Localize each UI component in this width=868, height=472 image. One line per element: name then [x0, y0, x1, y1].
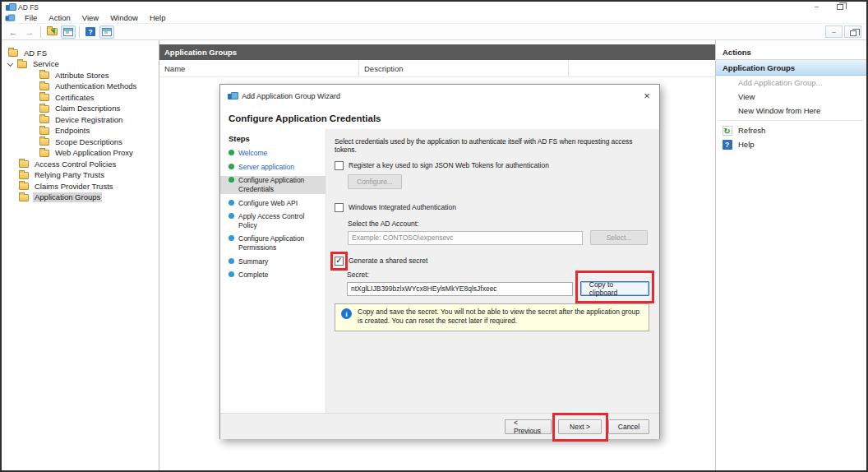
- column-header-description[interactable]: Description: [359, 60, 569, 76]
- back-icon[interactable]: ←: [6, 25, 21, 39]
- window-title: AD FS: [18, 3, 39, 12]
- step-current-bullet-icon: [229, 177, 234, 183]
- folder-icon: [39, 105, 49, 113]
- tree-item-service[interactable]: Service: [2, 59, 159, 71]
- menu-action[interactable]: Action: [43, 12, 76, 24]
- show-hide-action-pane-icon[interactable]: [99, 25, 114, 39]
- refresh-icon: ↻: [723, 126, 732, 136]
- tree-item-scope-descriptions[interactable]: Scope Descriptions: [2, 137, 159, 148]
- step-upcoming-bullet-icon: [229, 200, 234, 206]
- secret-info-box: i Copy and save the secret. You will not…: [335, 303, 649, 331]
- tree-item-claims-provider-trusts[interactable]: Claims Provider Trusts: [2, 181, 159, 192]
- step-configure-application-permissions[interactable]: Configure Application Permissions: [229, 234, 322, 252]
- step-configure-web-api[interactable]: Configure Web API: [229, 199, 322, 208]
- close-icon[interactable]: ×: [635, 85, 659, 106]
- child-minimize-icon[interactable]: –: [825, 25, 843, 38]
- windows-integrated-auth-checkbox[interactable]: [335, 203, 344, 212]
- menu-bar: File Action View Window Help: [2, 12, 866, 24]
- step-configure-application-credentials[interactable]: Configure Application Credentials: [220, 176, 326, 193]
- wizard-heading: Configure Application Credentials: [220, 107, 659, 129]
- tree-item-claim-descriptions[interactable]: Claim Descriptions: [2, 104, 159, 115]
- credentials-intro-text: Select credentials used by the applicati…: [335, 137, 649, 154]
- step-complete[interactable]: Complete: [229, 271, 322, 280]
- column-header-name[interactable]: Name: [159, 60, 359, 76]
- wizard-title-bar: Add Application Group Wizard ×: [220, 85, 659, 107]
- forward-icon[interactable]: →: [22, 25, 37, 39]
- cancel-button[interactable]: Cancel: [608, 419, 649, 434]
- toolbar-separator: [40, 26, 41, 38]
- add-application-group-wizard-dialog: Add Application Group Wizard × Configure…: [219, 84, 660, 439]
- action-help[interactable]: ? Help: [716, 137, 866, 151]
- chevron-down-icon[interactable]: [7, 61, 13, 67]
- tree-item-adfs[interactable]: AD FS: [2, 48, 159, 59]
- list-panel-header: Application Groups: [159, 44, 715, 60]
- show-hide-console-tree-icon[interactable]: [61, 25, 76, 39]
- tree-item-access-control-policies[interactable]: Access Control Policies: [2, 159, 159, 170]
- folder-icon: [8, 49, 18, 57]
- tree-item-endpoints[interactable]: Endpoints: [2, 126, 159, 137]
- menu-help[interactable]: Help: [144, 12, 172, 24]
- copy-to-clipboard-button[interactable]: Copy to clipboard: [580, 281, 649, 296]
- wizard-title: Add Application Group Wizard: [242, 92, 340, 100]
- folder-icon: [19, 194, 29, 201]
- steps-title: Steps: [229, 134, 322, 143]
- menu-window[interactable]: Window: [104, 12, 144, 24]
- actions-separator: [719, 120, 863, 121]
- folder-icon: [39, 150, 49, 157]
- generate-shared-secret-label: Generate a shared secret: [349, 257, 427, 265]
- wizard-content: Select credentials used by the applicati…: [326, 129, 659, 413]
- step-server-application[interactable]: Server application: [229, 163, 322, 172]
- ad-account-input[interactable]: [348, 231, 583, 245]
- folder-icon: [39, 116, 49, 123]
- next-button[interactable]: Next >: [558, 419, 602, 434]
- step-apply-access-control-policy[interactable]: Apply Access Control Policy: [229, 212, 322, 229]
- step-summary[interactable]: Summary: [229, 257, 322, 266]
- secret-label: Secret:: [347, 271, 649, 279]
- menu-view[interactable]: View: [76, 12, 104, 24]
- help-icon: ?: [723, 140, 732, 150]
- folder-icon: [39, 94, 49, 101]
- step-welcome[interactable]: Welcome: [229, 149, 322, 158]
- configure-button[interactable]: Configure...: [348, 174, 402, 189]
- actions-pane-title: Actions: [716, 44, 866, 60]
- toolbar: ← → ? –: [2, 24, 866, 40]
- title-bar: AD FS –: [2, 2, 866, 12]
- step-upcoming-bullet-icon: [229, 271, 234, 277]
- tree-item-authentication-methods[interactable]: Authentication Methods: [2, 81, 159, 93]
- info-icon: i: [341, 308, 352, 319]
- secret-info-text: Copy and save the secret. You will not b…: [358, 308, 642, 326]
- console-tree: AD FS Service Attribute Stores Authentic…: [2, 40, 159, 472]
- step-upcoming-bullet-icon: [229, 258, 234, 264]
- minimize-icon[interactable]: –: [815, 2, 819, 12]
- folder-icon: [17, 61, 27, 68]
- folder-icon: [19, 160, 29, 168]
- checkmark-icon: ✓: [335, 257, 342, 265]
- tree-item-attribute-stores[interactable]: Attribute Stores: [2, 70, 159, 81]
- restore-icon[interactable]: [837, 4, 843, 10]
- adfs-management-window: AD FS – File Action View Window Help ← →…: [0, 0, 868, 472]
- generate-shared-secret-checkbox[interactable]: ✓: [335, 257, 344, 266]
- select-button[interactable]: Select...: [590, 230, 648, 245]
- child-restore-icon[interactable]: [844, 25, 861, 38]
- actions-pane: Actions Application Groups Add Applicati…: [715, 40, 866, 472]
- previous-button[interactable]: < Previous: [505, 419, 552, 434]
- tree-item-application-groups[interactable]: Application Groups: [2, 192, 159, 204]
- folder-icon: [39, 138, 49, 146]
- action-view[interactable]: View: [716, 90, 866, 104]
- folder-icon: [39, 127, 49, 135]
- help-toolbar-icon[interactable]: ?: [83, 25, 98, 39]
- tree-item-device-registration[interactable]: Device Registration: [2, 114, 159, 126]
- tree-item-certificates[interactable]: Certificates: [2, 92, 159, 104]
- actions-group-application-groups[interactable]: Application Groups: [716, 60, 866, 76]
- export-list-icon[interactable]: [44, 25, 59, 39]
- tree-item-web-application-proxy[interactable]: Web Application Proxy: [2, 148, 159, 160]
- action-refresh[interactable]: ↻ Refresh: [716, 123, 866, 137]
- action-add-application-group[interactable]: Add Application Group...: [716, 76, 866, 90]
- action-new-window-from-here[interactable]: New Window from Here: [716, 104, 866, 118]
- register-key-checkbox[interactable]: [335, 161, 344, 170]
- menu-file[interactable]: File: [19, 12, 43, 24]
- tree-item-relying-party-trusts[interactable]: Relying Party Trusts: [2, 170, 159, 182]
- folder-icon: [19, 183, 29, 190]
- secret-input[interactable]: [347, 282, 573, 296]
- folder-icon: [39, 83, 49, 90]
